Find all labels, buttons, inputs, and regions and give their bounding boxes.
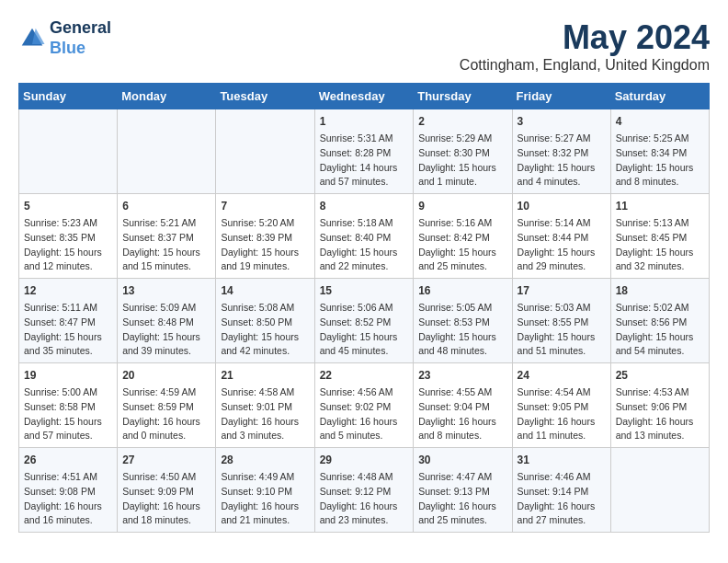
day-number: 23 [418,367,506,384]
calendar-cell [216,109,314,194]
page-header: General Blue May 2024 Cottingham, Englan… [18,18,710,74]
logo-icon [18,25,46,52]
day-number: 26 [24,452,112,468]
calendar-cell: 14Sunrise: 5:08 AMSunset: 8:50 PMDayligh… [216,279,314,363]
calendar-cell: 4Sunrise: 5:25 AMSunset: 8:34 PMDaylight… [610,109,709,194]
calendar-cell: 22Sunrise: 4:56 AMSunset: 9:02 PMDayligh… [314,363,414,448]
day-number: 2 [418,113,506,130]
calendar-cell: 6Sunrise: 5:21 AMSunset: 8:37 PMDaylight… [118,194,216,279]
day-number: 8 [320,198,409,214]
weekday-header-tuesday: Tuesday [216,84,314,109]
day-number: 16 [418,282,506,299]
calendar-cell: 8Sunrise: 5:18 AMSunset: 8:40 PMDaylight… [314,194,414,279]
calendar-cell: 19Sunrise: 5:00 AMSunset: 8:58 PMDayligh… [19,363,118,448]
day-info: Sunrise: 4:49 AMSunset: 9:10 PMDaylight:… [221,470,309,528]
day-number: 22 [320,367,409,384]
day-info: Sunrise: 5:21 AMSunset: 8:37 PMDaylight:… [122,216,210,274]
weekday-header-monday: Monday [118,84,216,109]
day-info: Sunrise: 5:09 AMSunset: 8:48 PMDaylight:… [122,301,210,359]
calendar-week-row: 19Sunrise: 5:00 AMSunset: 8:58 PMDayligh… [19,363,710,448]
day-number: 12 [24,282,112,299]
svg-marker-1 [32,28,45,43]
day-info: Sunrise: 4:55 AMSunset: 9:04 PMDaylight:… [418,385,506,443]
calendar-cell: 25Sunrise: 4:53 AMSunset: 9:06 PMDayligh… [610,363,709,448]
month-title: May 2024 [460,18,710,57]
calendar-cell: 10Sunrise: 5:14 AMSunset: 8:44 PMDayligh… [512,194,610,279]
day-info: Sunrise: 5:02 AMSunset: 8:56 PMDaylight:… [616,301,704,359]
calendar-cell: 13Sunrise: 5:09 AMSunset: 8:48 PMDayligh… [118,279,216,363]
day-info: Sunrise: 5:18 AMSunset: 8:40 PMDaylight:… [320,216,409,274]
calendar-cell: 30Sunrise: 4:47 AMSunset: 9:13 PMDayligh… [414,448,512,533]
logo-text: General Blue [50,18,111,58]
calendar-cell: 23Sunrise: 4:55 AMSunset: 9:04 PMDayligh… [414,363,512,448]
day-info: Sunrise: 4:51 AMSunset: 9:08 PMDaylight:… [24,470,112,528]
weekday-header-row: SundayMondayTuesdayWednesdayThursdayFrid… [19,84,710,109]
calendar-week-row: 1Sunrise: 5:31 AMSunset: 8:28 PMDaylight… [19,109,710,194]
location: Cottingham, England, United Kingdom [460,57,710,74]
day-info: Sunrise: 5:00 AMSunset: 8:58 PMDaylight:… [24,385,112,443]
day-number: 28 [221,452,309,468]
weekday-header-friday: Friday [512,84,610,109]
day-number: 18 [616,282,704,299]
day-number: 19 [24,367,112,384]
day-info: Sunrise: 5:11 AMSunset: 8:47 PMDaylight:… [24,301,112,359]
day-info: Sunrise: 5:16 AMSunset: 8:42 PMDaylight:… [418,216,506,274]
calendar-cell: 20Sunrise: 4:59 AMSunset: 8:59 PMDayligh… [118,363,216,448]
weekday-header-sunday: Sunday [19,84,118,109]
calendar-cell: 16Sunrise: 5:05 AMSunset: 8:53 PMDayligh… [414,279,512,363]
calendar-cell: 17Sunrise: 5:03 AMSunset: 8:55 PMDayligh… [512,279,610,363]
calendar-cell [19,109,118,194]
calendar-cell: 28Sunrise: 4:49 AMSunset: 9:10 PMDayligh… [216,448,314,533]
weekday-header-thursday: Thursday [414,84,512,109]
day-info: Sunrise: 5:23 AMSunset: 8:35 PMDaylight:… [24,216,112,274]
day-number: 1 [320,113,409,130]
day-info: Sunrise: 4:58 AMSunset: 9:01 PMDaylight:… [221,385,309,443]
day-number: 21 [221,367,309,384]
day-number: 15 [320,282,409,299]
day-info: Sunrise: 4:47 AMSunset: 9:13 PMDaylight:… [418,470,506,528]
day-info: Sunrise: 4:46 AMSunset: 9:14 PMDaylight:… [518,470,606,528]
day-number: 31 [518,452,606,468]
day-info: Sunrise: 5:25 AMSunset: 8:34 PMDaylight:… [616,132,704,190]
day-info: Sunrise: 5:06 AMSunset: 8:52 PMDaylight:… [320,301,409,359]
day-info: Sunrise: 5:03 AMSunset: 8:55 PMDaylight:… [518,301,606,359]
day-number: 24 [518,367,606,384]
calendar-cell: 18Sunrise: 5:02 AMSunset: 8:56 PMDayligh… [610,279,709,363]
day-info: Sunrise: 4:59 AMSunset: 8:59 PMDaylight:… [122,385,210,443]
calendar-week-row: 5Sunrise: 5:23 AMSunset: 8:35 PMDaylight… [19,194,710,279]
day-number: 20 [122,367,210,384]
day-number: 29 [320,452,409,468]
day-info: Sunrise: 4:48 AMSunset: 9:12 PMDaylight:… [320,470,409,528]
day-number: 14 [221,282,309,299]
calendar-cell: 15Sunrise: 5:06 AMSunset: 8:52 PMDayligh… [314,279,414,363]
day-info: Sunrise: 5:13 AMSunset: 8:45 PMDaylight:… [616,216,704,274]
calendar-cell: 1Sunrise: 5:31 AMSunset: 8:28 PMDaylight… [314,109,414,194]
calendar-cell: 29Sunrise: 4:48 AMSunset: 9:12 PMDayligh… [314,448,414,533]
day-info: Sunrise: 5:20 AMSunset: 8:39 PMDaylight:… [221,216,309,274]
day-info: Sunrise: 5:05 AMSunset: 8:53 PMDaylight:… [418,301,506,359]
calendar-table: SundayMondayTuesdayWednesdayThursdayFrid… [18,83,710,533]
day-info: Sunrise: 5:08 AMSunset: 8:50 PMDaylight:… [221,301,309,359]
calendar-cell: 2Sunrise: 5:29 AMSunset: 8:30 PMDaylight… [414,109,512,194]
calendar-cell [610,448,709,533]
day-number: 6 [122,198,210,214]
calendar-cell: 3Sunrise: 5:27 AMSunset: 8:32 PMDaylight… [512,109,610,194]
weekday-header-saturday: Saturday [610,84,709,109]
calendar-cell: 11Sunrise: 5:13 AMSunset: 8:45 PMDayligh… [610,194,709,279]
calendar-cell: 24Sunrise: 4:54 AMSunset: 9:05 PMDayligh… [512,363,610,448]
calendar-week-row: 26Sunrise: 4:51 AMSunset: 9:08 PMDayligh… [19,448,710,533]
calendar-cell: 31Sunrise: 4:46 AMSunset: 9:14 PMDayligh… [512,448,610,533]
day-info: Sunrise: 5:14 AMSunset: 8:44 PMDaylight:… [518,216,606,274]
calendar-cell: 5Sunrise: 5:23 AMSunset: 8:35 PMDaylight… [19,194,118,279]
calendar-cell: 9Sunrise: 5:16 AMSunset: 8:42 PMDaylight… [414,194,512,279]
day-info: Sunrise: 4:54 AMSunset: 9:05 PMDaylight:… [518,385,606,443]
calendar-cell: 12Sunrise: 5:11 AMSunset: 8:47 PMDayligh… [19,279,118,363]
calendar-cell: 7Sunrise: 5:20 AMSunset: 8:39 PMDaylight… [216,194,314,279]
day-info: Sunrise: 4:56 AMSunset: 9:02 PMDaylight:… [320,385,409,443]
day-number: 13 [122,282,210,299]
day-number: 27 [122,452,210,468]
day-number: 10 [518,198,606,214]
day-info: Sunrise: 5:27 AMSunset: 8:32 PMDaylight:… [518,132,606,190]
title-block: May 2024 Cottingham, England, United Kin… [460,18,710,74]
weekday-header-wednesday: Wednesday [314,84,414,109]
